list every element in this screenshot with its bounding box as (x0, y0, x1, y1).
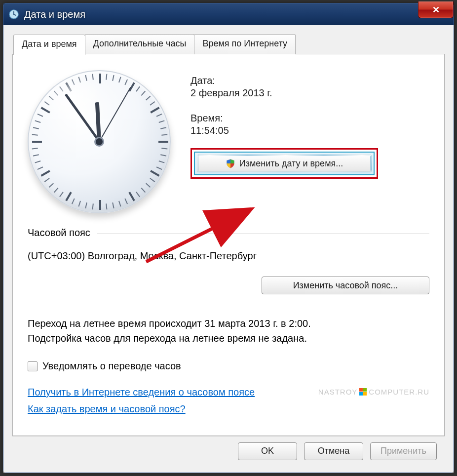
date-time-dialog: Дата и время ✕ Дата и время Дополнительн… (3, 3, 454, 473)
analog-clock (28, 70, 171, 213)
watermark: NASTROY COMPUTER.RU (318, 388, 429, 396)
change-date-time-button[interactable]: Изменить дату и время... (197, 155, 372, 172)
annotation-highlight: Изменить дату и время... (190, 148, 378, 179)
timezone-header: Часовой пояс (28, 227, 90, 238)
close-button[interactable]: ✕ (418, 1, 454, 18)
date-time-info: Дата: 2 февраля 2013 г. Время: 11:54:05 (190, 70, 429, 213)
notify-row: Уведомлять о переводе часов (28, 360, 429, 372)
divider (97, 234, 429, 234)
tab-date-and-time[interactable]: Дата и время (13, 35, 85, 55)
client-area: Дата и время Дополнительные часы Время п… (3, 25, 454, 473)
timezone-section: Часовой пояс (UTC+03:00) Волгоград, Моск… (28, 227, 429, 294)
tab-additional-clocks[interactable]: Дополнительные часы (85, 34, 195, 54)
close-icon: ✕ (432, 4, 440, 15)
watermark-right: COMPUTER.RU (369, 388, 429, 396)
timezone-value: (UTC+03:00) Волгоград, Москва, Санкт-Пет… (28, 250, 429, 262)
date-value: 2 февраля 2013 г. (190, 87, 429, 99)
tab-panel: Дата: 2 февраля 2013 г. Время: 11:54:05 (12, 54, 445, 436)
window-title: Дата и время (24, 9, 85, 20)
tab-internet-time[interactable]: Время по Интернету (194, 34, 296, 54)
link-timezone-info[interactable]: Получить в Интернете сведения о часовом … (28, 387, 255, 397)
change-timezone-button[interactable]: Изменить часовой пояс... (262, 277, 429, 294)
tab-strip: Дата и время Дополнительные часы Время п… (13, 34, 445, 54)
dst-info: Переход на летнее время происходит 31 ма… (28, 316, 429, 346)
dst-line2: Подстройка часов для перехода на летнее … (28, 331, 429, 346)
watermark-left: NASTROY (318, 388, 358, 396)
change-date-time-label: Изменить дату и время... (239, 159, 343, 169)
dst-line1: Переход на летнее время происходит 31 ма… (28, 316, 429, 331)
ok-button[interactable]: OK (238, 442, 297, 460)
notify-checkbox[interactable] (28, 361, 38, 371)
dialog-footer: OK Отмена Применить (12, 436, 445, 466)
time-label: Время: (190, 113, 429, 124)
time-value: 11:54:05 (190, 125, 429, 136)
clock-icon (8, 9, 19, 20)
titlebar[interactable]: Дата и время ✕ (3, 3, 454, 25)
date-label: Дата: (190, 75, 429, 86)
link-how-to-set-time[interactable]: Как задать время и часовой пояс? (28, 403, 186, 414)
notify-label: Уведомлять о переводе часов (42, 360, 181, 372)
cancel-button[interactable]: Отмена (304, 442, 363, 460)
apply-button[interactable]: Применить (370, 442, 437, 460)
windows-logo-icon (359, 388, 367, 396)
uac-shield-icon (226, 159, 235, 168)
